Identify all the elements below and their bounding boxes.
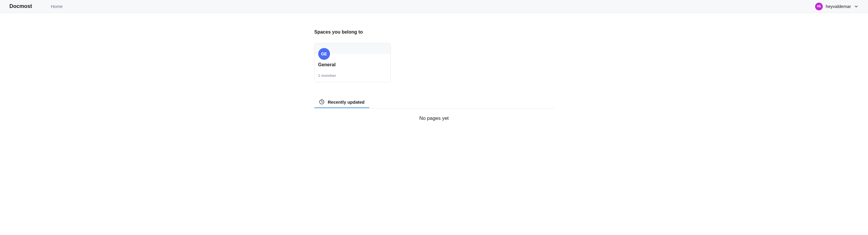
spaces-section-title: Spaces you belong to [314,29,554,35]
main-content: Spaces you belong to GE General 1 member… [314,13,554,128]
user-name: heyvaldemar [826,4,851,9]
header-left: Docmost Home [9,3,63,9]
nav-home[interactable]: Home [51,4,63,9]
space-members-count: 1 member [318,73,387,78]
tabs-container: Recently updated [314,96,554,108]
tab-label: Recently updated [328,100,365,105]
brand-logo[interactable]: Docmost [9,3,32,9]
empty-state-message: No pages yet [314,108,554,128]
clock-icon [319,99,324,105]
space-avatar: GE [318,48,330,60]
space-card-header: GE [315,43,391,54]
user-menu[interactable]: HE heyvaldemar [815,3,859,10]
user-avatar: HE [815,3,823,10]
app-header: Docmost Home HE heyvaldemar [0,0,868,13]
tab-recently-updated[interactable]: Recently updated [314,96,369,108]
chevron-down-icon [854,4,859,9]
space-name: General [318,62,387,68]
space-card[interactable]: GE General 1 member [314,43,391,82]
